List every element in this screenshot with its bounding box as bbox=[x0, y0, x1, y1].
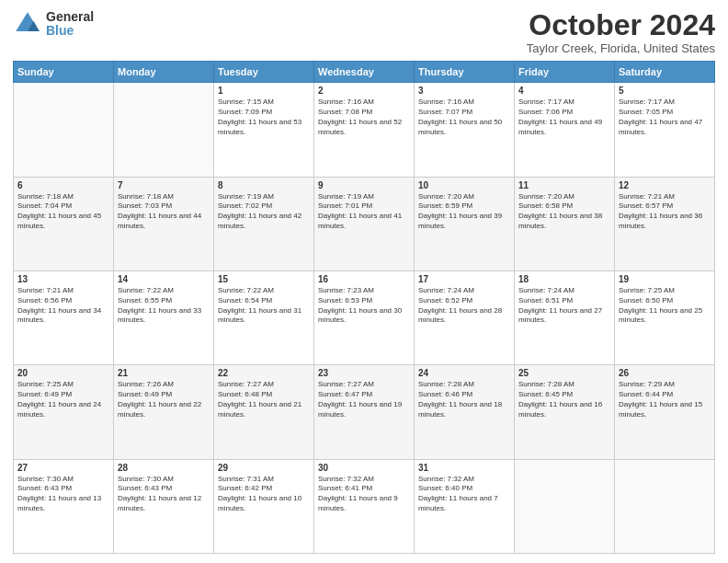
calendar-cell-w1-d2: 8Sunrise: 7:19 AM Sunset: 7:02 PM Daylig… bbox=[214, 177, 314, 270]
calendar-cell-w4-d3: 30Sunrise: 7:32 AM Sunset: 6:41 PM Dayli… bbox=[314, 459, 415, 553]
day-number: 1 bbox=[218, 86, 310, 96]
cell-details: Sunrise: 7:27 AM Sunset: 6:48 PM Dayligh… bbox=[218, 380, 310, 419]
day-number: 4 bbox=[518, 86, 610, 96]
day-number: 14 bbox=[118, 274, 210, 284]
cell-details: Sunrise: 7:24 AM Sunset: 6:51 PM Dayligh… bbox=[518, 286, 610, 326]
calendar-cell-w3-d1: 21Sunrise: 7:26 AM Sunset: 6:49 PM Dayli… bbox=[114, 365, 214, 459]
cell-details: Sunrise: 7:20 AM Sunset: 6:59 PM Dayligh… bbox=[418, 192, 510, 232]
day-number: 29 bbox=[218, 463, 310, 473]
cell-details: Sunrise: 7:15 AM Sunset: 7:09 PM Dayligh… bbox=[218, 98, 310, 137]
day-number: 2 bbox=[318, 86, 410, 96]
day-number: 5 bbox=[619, 86, 711, 96]
calendar-cell-w3-d6: 26Sunrise: 7:29 AM Sunset: 6:44 PM Dayli… bbox=[615, 365, 715, 459]
col-sunday: Sunday bbox=[14, 62, 114, 83]
col-tuesday: Tuesday bbox=[214, 62, 314, 83]
cell-details: Sunrise: 7:26 AM Sunset: 6:49 PM Dayligh… bbox=[118, 380, 210, 419]
col-saturday: Saturday bbox=[615, 62, 715, 83]
cell-details: Sunrise: 7:30 AM Sunset: 6:43 PM Dayligh… bbox=[118, 475, 210, 514]
col-monday: Monday bbox=[114, 62, 214, 83]
cell-details: Sunrise: 7:19 AM Sunset: 7:02 PM Dayligh… bbox=[218, 192, 310, 232]
day-number: 7 bbox=[118, 180, 210, 190]
day-number: 13 bbox=[17, 274, 109, 284]
cell-details: Sunrise: 7:25 AM Sunset: 6:49 PM Dayligh… bbox=[17, 380, 109, 419]
calendar-cell-w1-d1: 7Sunrise: 7:18 AM Sunset: 7:03 PM Daylig… bbox=[114, 177, 214, 270]
calendar-cell-w4-d5 bbox=[515, 459, 615, 553]
cell-details: Sunrise: 7:28 AM Sunset: 6:45 PM Dayligh… bbox=[518, 380, 610, 419]
day-number: 15 bbox=[218, 274, 310, 284]
week-row-0: 1Sunrise: 7:15 AM Sunset: 7:09 PM Daylig… bbox=[14, 83, 715, 177]
calendar-cell-w2-d4: 17Sunrise: 7:24 AM Sunset: 6:52 PM Dayli… bbox=[415, 270, 515, 364]
calendar-cell-w2-d1: 14Sunrise: 7:22 AM Sunset: 6:55 PM Dayli… bbox=[114, 270, 214, 364]
cell-details: Sunrise: 7:17 AM Sunset: 7:06 PM Dayligh… bbox=[518, 98, 610, 137]
logo-text: General Blue bbox=[46, 10, 94, 39]
calendar-cell-w4-d6 bbox=[615, 459, 715, 553]
page: General Blue October 2024 Taylor Creek, … bbox=[0, 0, 728, 563]
logo: General Blue bbox=[13, 9, 94, 39]
week-row-4: 27Sunrise: 7:30 AM Sunset: 6:43 PM Dayli… bbox=[14, 459, 715, 553]
calendar-cell-w4-d0: 27Sunrise: 7:30 AM Sunset: 6:43 PM Dayli… bbox=[14, 459, 114, 553]
calendar-cell-w2-d2: 15Sunrise: 7:22 AM Sunset: 6:54 PM Dayli… bbox=[214, 270, 314, 364]
day-number: 17 bbox=[418, 274, 510, 284]
calendar-cell-w1-d6: 12Sunrise: 7:21 AM Sunset: 6:57 PM Dayli… bbox=[615, 177, 715, 270]
col-thursday: Thursday bbox=[415, 62, 515, 83]
title-block: October 2024 Taylor Creek, Florida, Unit… bbox=[527, 9, 715, 55]
day-number: 23 bbox=[318, 368, 410, 378]
cell-details: Sunrise: 7:27 AM Sunset: 6:47 PM Dayligh… bbox=[318, 380, 410, 419]
day-number: 26 bbox=[619, 368, 711, 378]
cell-details: Sunrise: 7:29 AM Sunset: 6:44 PM Dayligh… bbox=[619, 380, 711, 419]
calendar-cell-w0-d0 bbox=[14, 83, 114, 177]
title-location: Taylor Creek, Florida, United States bbox=[527, 41, 715, 55]
day-number: 8 bbox=[218, 180, 310, 190]
calendar-cell-w4-d1: 28Sunrise: 7:30 AM Sunset: 6:43 PM Dayli… bbox=[114, 459, 214, 553]
title-month: October 2024 bbox=[527, 9, 715, 41]
col-wednesday: Wednesday bbox=[314, 62, 415, 83]
day-number: 25 bbox=[518, 368, 610, 378]
cell-details: Sunrise: 7:28 AM Sunset: 6:46 PM Dayligh… bbox=[418, 380, 510, 419]
cell-details: Sunrise: 7:21 AM Sunset: 6:57 PM Dayligh… bbox=[619, 192, 711, 232]
calendar-cell-w0-d5: 4Sunrise: 7:17 AM Sunset: 7:06 PM Daylig… bbox=[515, 83, 615, 177]
day-number: 28 bbox=[118, 463, 210, 473]
calendar-cell-w1-d3: 9Sunrise: 7:19 AM Sunset: 7:01 PM Daylig… bbox=[314, 177, 415, 270]
calendar-cell-w4-d2: 29Sunrise: 7:31 AM Sunset: 6:42 PM Dayli… bbox=[214, 459, 314, 553]
cell-details: Sunrise: 7:32 AM Sunset: 6:40 PM Dayligh… bbox=[418, 475, 510, 514]
cell-details: Sunrise: 7:22 AM Sunset: 6:54 PM Dayligh… bbox=[218, 286, 310, 326]
cell-details: Sunrise: 7:18 AM Sunset: 7:03 PM Dayligh… bbox=[118, 192, 210, 232]
cell-details: Sunrise: 7:16 AM Sunset: 7:08 PM Dayligh… bbox=[318, 98, 410, 137]
cell-details: Sunrise: 7:22 AM Sunset: 6:55 PM Dayligh… bbox=[118, 286, 210, 326]
cell-details: Sunrise: 7:21 AM Sunset: 6:56 PM Dayligh… bbox=[17, 286, 109, 326]
calendar-cell-w0-d3: 2Sunrise: 7:16 AM Sunset: 7:08 PM Daylig… bbox=[314, 83, 415, 177]
cell-details: Sunrise: 7:25 AM Sunset: 6:50 PM Dayligh… bbox=[619, 286, 711, 326]
cell-details: Sunrise: 7:31 AM Sunset: 6:42 PM Dayligh… bbox=[218, 475, 310, 514]
day-number: 19 bbox=[619, 274, 711, 284]
day-number: 27 bbox=[17, 463, 109, 473]
calendar-cell-w0-d1 bbox=[114, 83, 214, 177]
calendar-cell-w3-d2: 22Sunrise: 7:27 AM Sunset: 6:48 PM Dayli… bbox=[214, 365, 314, 459]
calendar-cell-w3-d5: 25Sunrise: 7:28 AM Sunset: 6:45 PM Dayli… bbox=[515, 365, 615, 459]
calendar-cell-w1-d0: 6Sunrise: 7:18 AM Sunset: 7:04 PM Daylig… bbox=[14, 177, 114, 270]
week-row-3: 20Sunrise: 7:25 AM Sunset: 6:49 PM Dayli… bbox=[14, 365, 715, 459]
calendar-cell-w0-d4: 3Sunrise: 7:16 AM Sunset: 7:07 PM Daylig… bbox=[415, 83, 515, 177]
day-number: 21 bbox=[118, 368, 210, 378]
cell-details: Sunrise: 7:24 AM Sunset: 6:52 PM Dayligh… bbox=[418, 286, 510, 326]
cell-details: Sunrise: 7:32 AM Sunset: 6:41 PM Dayligh… bbox=[318, 475, 410, 514]
cell-details: Sunrise: 7:23 AM Sunset: 6:53 PM Dayligh… bbox=[318, 286, 410, 326]
day-number: 24 bbox=[418, 368, 510, 378]
calendar-table: Sunday Monday Tuesday Wednesday Thursday… bbox=[13, 61, 715, 554]
calendar-cell-w4-d4: 31Sunrise: 7:32 AM Sunset: 6:40 PM Dayli… bbox=[415, 459, 515, 553]
col-friday: Friday bbox=[515, 62, 615, 83]
calendar-cell-w3-d0: 20Sunrise: 7:25 AM Sunset: 6:49 PM Dayli… bbox=[14, 365, 114, 459]
calendar-cell-w2-d6: 19Sunrise: 7:25 AM Sunset: 6:50 PM Dayli… bbox=[615, 270, 715, 364]
cell-details: Sunrise: 7:19 AM Sunset: 7:01 PM Dayligh… bbox=[318, 192, 410, 232]
logo-icon bbox=[13, 9, 42, 39]
cell-details: Sunrise: 7:30 AM Sunset: 6:43 PM Dayligh… bbox=[17, 475, 109, 514]
calendar-cell-w2-d0: 13Sunrise: 7:21 AM Sunset: 6:56 PM Dayli… bbox=[14, 270, 114, 364]
day-number: 31 bbox=[418, 463, 510, 473]
calendar-cell-w2-d5: 18Sunrise: 7:24 AM Sunset: 6:51 PM Dayli… bbox=[515, 270, 615, 364]
calendar-cell-w1-d5: 11Sunrise: 7:20 AM Sunset: 6:58 PM Dayli… bbox=[515, 177, 615, 270]
week-row-1: 6Sunrise: 7:18 AM Sunset: 7:04 PM Daylig… bbox=[14, 177, 715, 270]
logo-blue: Blue bbox=[46, 24, 94, 38]
day-number: 30 bbox=[318, 463, 410, 473]
day-number: 10 bbox=[418, 180, 510, 190]
day-number: 6 bbox=[17, 180, 109, 190]
calendar-header-row: Sunday Monday Tuesday Wednesday Thursday… bbox=[14, 62, 715, 83]
